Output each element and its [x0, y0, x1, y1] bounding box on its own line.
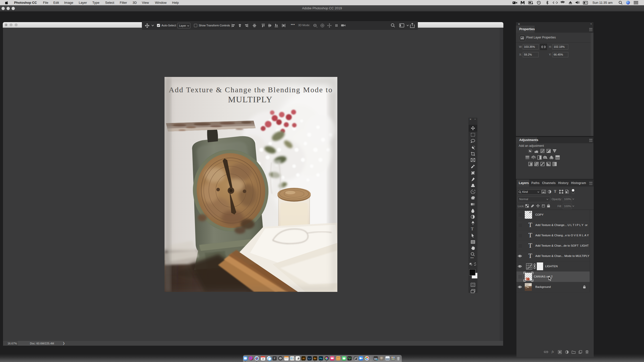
svg-text:Add Texture & Change the Blend: Add Texture & Change the Blending Mode t…: [169, 85, 333, 94]
svg-text:MULTIPLY: MULTIPLY: [228, 95, 272, 104]
